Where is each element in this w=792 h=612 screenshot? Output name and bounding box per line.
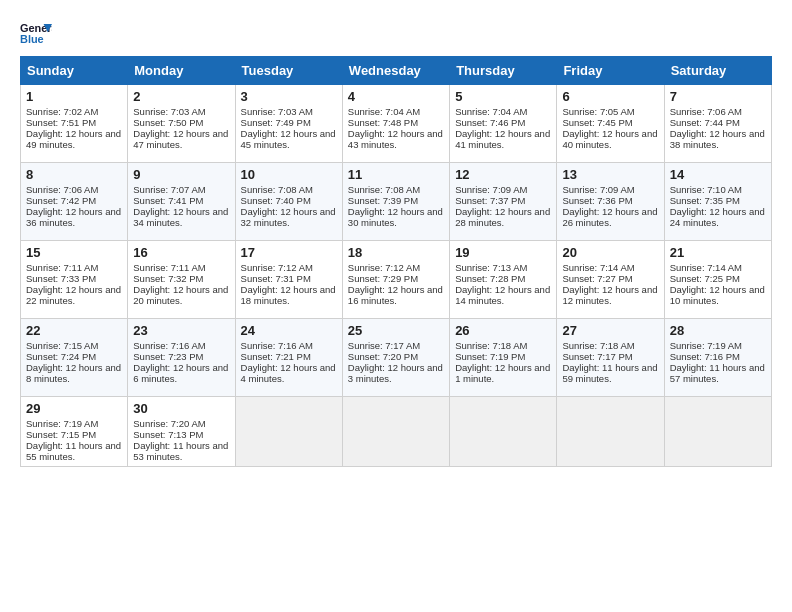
calendar-cell bbox=[450, 397, 557, 467]
day-number: 3 bbox=[241, 89, 337, 104]
calendar-cell: 1Sunrise: 7:02 AMSunset: 7:51 PMDaylight… bbox=[21, 85, 128, 163]
day-number: 19 bbox=[455, 245, 551, 260]
daylight-label: Daylight: 12 hours and 14 minutes. bbox=[455, 284, 550, 306]
calendar-cell: 2Sunrise: 7:03 AMSunset: 7:50 PMDaylight… bbox=[128, 85, 235, 163]
sunset-label: Sunset: 7:17 PM bbox=[562, 351, 632, 362]
sunset-label: Sunset: 7:48 PM bbox=[348, 117, 418, 128]
sunset-label: Sunset: 7:28 PM bbox=[455, 273, 525, 284]
calendar-cell: 21Sunrise: 7:14 AMSunset: 7:25 PMDayligh… bbox=[664, 241, 771, 319]
sunset-label: Sunset: 7:33 PM bbox=[26, 273, 96, 284]
sunset-label: Sunset: 7:24 PM bbox=[26, 351, 96, 362]
daylight-label: Daylight: 12 hours and 10 minutes. bbox=[670, 284, 765, 306]
weekday-header: Thursday bbox=[450, 57, 557, 85]
day-number: 10 bbox=[241, 167, 337, 182]
calendar-cell: 15Sunrise: 7:11 AMSunset: 7:33 PMDayligh… bbox=[21, 241, 128, 319]
daylight-label: Daylight: 12 hours and 18 minutes. bbox=[241, 284, 336, 306]
sunset-label: Sunset: 7:27 PM bbox=[562, 273, 632, 284]
daylight-label: Daylight: 12 hours and 36 minutes. bbox=[26, 206, 121, 228]
daylight-label: Daylight: 12 hours and 41 minutes. bbox=[455, 128, 550, 150]
day-number: 23 bbox=[133, 323, 229, 338]
sunset-label: Sunset: 7:20 PM bbox=[348, 351, 418, 362]
sunrise-label: Sunrise: 7:12 AM bbox=[241, 262, 313, 273]
calendar-cell: 23Sunrise: 7:16 AMSunset: 7:23 PMDayligh… bbox=[128, 319, 235, 397]
calendar-cell: 12Sunrise: 7:09 AMSunset: 7:37 PMDayligh… bbox=[450, 163, 557, 241]
calendar-cell: 30Sunrise: 7:20 AMSunset: 7:13 PMDayligh… bbox=[128, 397, 235, 467]
sunset-label: Sunset: 7:36 PM bbox=[562, 195, 632, 206]
weekday-header: Saturday bbox=[664, 57, 771, 85]
sunset-label: Sunset: 7:19 PM bbox=[455, 351, 525, 362]
day-number: 8 bbox=[26, 167, 122, 182]
calendar-cell: 10Sunrise: 7:08 AMSunset: 7:40 PMDayligh… bbox=[235, 163, 342, 241]
sunset-label: Sunset: 7:42 PM bbox=[26, 195, 96, 206]
sunrise-label: Sunrise: 7:04 AM bbox=[455, 106, 527, 117]
calendar-cell: 8Sunrise: 7:06 AMSunset: 7:42 PMDaylight… bbox=[21, 163, 128, 241]
sunset-label: Sunset: 7:21 PM bbox=[241, 351, 311, 362]
calendar-cell: 28Sunrise: 7:19 AMSunset: 7:16 PMDayligh… bbox=[664, 319, 771, 397]
sunset-label: Sunset: 7:29 PM bbox=[348, 273, 418, 284]
calendar-cell: 11Sunrise: 7:08 AMSunset: 7:39 PMDayligh… bbox=[342, 163, 449, 241]
sunset-label: Sunset: 7:40 PM bbox=[241, 195, 311, 206]
daylight-label: Daylight: 12 hours and 16 minutes. bbox=[348, 284, 443, 306]
sunset-label: Sunset: 7:45 PM bbox=[562, 117, 632, 128]
calendar-cell: 13Sunrise: 7:09 AMSunset: 7:36 PMDayligh… bbox=[557, 163, 664, 241]
sunset-label: Sunset: 7:41 PM bbox=[133, 195, 203, 206]
daylight-label: Daylight: 11 hours and 55 minutes. bbox=[26, 440, 121, 462]
sunrise-label: Sunrise: 7:03 AM bbox=[241, 106, 313, 117]
day-number: 11 bbox=[348, 167, 444, 182]
day-number: 14 bbox=[670, 167, 766, 182]
day-number: 15 bbox=[26, 245, 122, 260]
daylight-label: Daylight: 12 hours and 6 minutes. bbox=[133, 362, 228, 384]
day-number: 13 bbox=[562, 167, 658, 182]
daylight-label: Daylight: 12 hours and 1 minute. bbox=[455, 362, 550, 384]
svg-text:Blue: Blue bbox=[20, 33, 44, 45]
weekday-header: Sunday bbox=[21, 57, 128, 85]
calendar-cell: 29Sunrise: 7:19 AMSunset: 7:15 PMDayligh… bbox=[21, 397, 128, 467]
daylight-label: Daylight: 12 hours and 26 minutes. bbox=[562, 206, 657, 228]
weekday-header: Monday bbox=[128, 57, 235, 85]
calendar-cell: 19Sunrise: 7:13 AMSunset: 7:28 PMDayligh… bbox=[450, 241, 557, 319]
sunset-label: Sunset: 7:15 PM bbox=[26, 429, 96, 440]
daylight-label: Daylight: 12 hours and 32 minutes. bbox=[241, 206, 336, 228]
sunrise-label: Sunrise: 7:08 AM bbox=[241, 184, 313, 195]
calendar-cell: 7Sunrise: 7:06 AMSunset: 7:44 PMDaylight… bbox=[664, 85, 771, 163]
calendar-cell: 6Sunrise: 7:05 AMSunset: 7:45 PMDaylight… bbox=[557, 85, 664, 163]
day-number: 6 bbox=[562, 89, 658, 104]
day-number: 25 bbox=[348, 323, 444, 338]
calendar-cell: 24Sunrise: 7:16 AMSunset: 7:21 PMDayligh… bbox=[235, 319, 342, 397]
sunrise-label: Sunrise: 7:14 AM bbox=[562, 262, 634, 273]
sunrise-label: Sunrise: 7:16 AM bbox=[241, 340, 313, 351]
sunrise-label: Sunrise: 7:08 AM bbox=[348, 184, 420, 195]
calendar-cell: 4Sunrise: 7:04 AMSunset: 7:48 PMDaylight… bbox=[342, 85, 449, 163]
daylight-label: Daylight: 12 hours and 30 minutes. bbox=[348, 206, 443, 228]
day-number: 1 bbox=[26, 89, 122, 104]
day-number: 22 bbox=[26, 323, 122, 338]
calendar-cell: 18Sunrise: 7:12 AMSunset: 7:29 PMDayligh… bbox=[342, 241, 449, 319]
daylight-label: Daylight: 12 hours and 20 minutes. bbox=[133, 284, 228, 306]
calendar-cell: 17Sunrise: 7:12 AMSunset: 7:31 PMDayligh… bbox=[235, 241, 342, 319]
day-number: 29 bbox=[26, 401, 122, 416]
sunrise-label: Sunrise: 7:16 AM bbox=[133, 340, 205, 351]
sunset-label: Sunset: 7:25 PM bbox=[670, 273, 740, 284]
sunrise-label: Sunrise: 7:06 AM bbox=[670, 106, 742, 117]
sunset-label: Sunset: 7:39 PM bbox=[348, 195, 418, 206]
calendar-cell: 3Sunrise: 7:03 AMSunset: 7:49 PMDaylight… bbox=[235, 85, 342, 163]
daylight-label: Daylight: 12 hours and 28 minutes. bbox=[455, 206, 550, 228]
daylight-label: Daylight: 12 hours and 8 minutes. bbox=[26, 362, 121, 384]
sunrise-label: Sunrise: 7:04 AM bbox=[348, 106, 420, 117]
day-number: 26 bbox=[455, 323, 551, 338]
calendar-cell: 26Sunrise: 7:18 AMSunset: 7:19 PMDayligh… bbox=[450, 319, 557, 397]
day-number: 16 bbox=[133, 245, 229, 260]
daylight-label: Daylight: 12 hours and 38 minutes. bbox=[670, 128, 765, 150]
sunset-label: Sunset: 7:16 PM bbox=[670, 351, 740, 362]
daylight-label: Daylight: 12 hours and 3 minutes. bbox=[348, 362, 443, 384]
daylight-label: Daylight: 12 hours and 4 minutes. bbox=[241, 362, 336, 384]
day-number: 27 bbox=[562, 323, 658, 338]
day-number: 4 bbox=[348, 89, 444, 104]
daylight-label: Daylight: 12 hours and 40 minutes. bbox=[562, 128, 657, 150]
daylight-label: Daylight: 12 hours and 34 minutes. bbox=[133, 206, 228, 228]
daylight-label: Daylight: 12 hours and 22 minutes. bbox=[26, 284, 121, 306]
calendar-cell: 20Sunrise: 7:14 AMSunset: 7:27 PMDayligh… bbox=[557, 241, 664, 319]
calendar-cell bbox=[557, 397, 664, 467]
sunset-label: Sunset: 7:44 PM bbox=[670, 117, 740, 128]
weekday-header: Friday bbox=[557, 57, 664, 85]
